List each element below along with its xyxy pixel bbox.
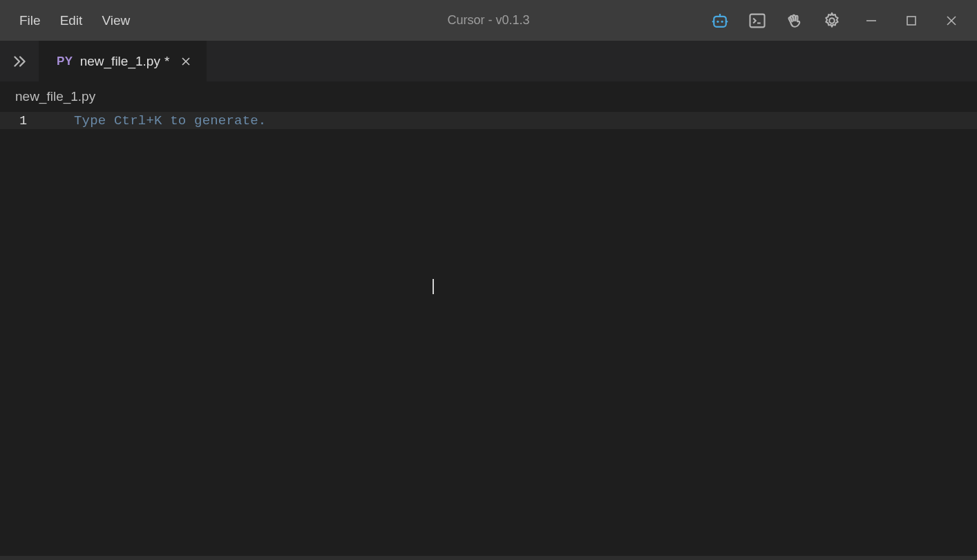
maximize-icon bbox=[905, 15, 918, 27]
minimize-icon bbox=[865, 15, 878, 27]
wave-icon bbox=[785, 11, 804, 30]
window-controls bbox=[851, 0, 971, 41]
menu-view[interactable]: View bbox=[92, 8, 140, 34]
robot-icon bbox=[710, 10, 730, 31]
main-menu: File Edit View bbox=[0, 8, 140, 34]
editor-line[interactable]: 1 Type Ctrl+K to generate. bbox=[0, 112, 977, 129]
maximize-button[interactable] bbox=[891, 0, 931, 41]
svg-rect-6 bbox=[750, 14, 765, 27]
minimize-button[interactable] bbox=[851, 0, 891, 41]
line-placeholder: Type Ctrl+K to generate. bbox=[38, 113, 266, 128]
close-window-button[interactable] bbox=[931, 0, 971, 41]
svg-point-8 bbox=[829, 18, 834, 23]
svg-rect-0 bbox=[714, 16, 726, 26]
chevron-double-right-icon bbox=[10, 52, 28, 70]
svg-rect-10 bbox=[907, 17, 916, 25]
svg-point-2 bbox=[721, 20, 723, 22]
tab-close-button[interactable] bbox=[176, 52, 196, 71]
terminal-icon bbox=[748, 11, 767, 30]
tab-bar: PY new_file_1.py * bbox=[0, 41, 977, 81]
settings-button[interactable] bbox=[814, 3, 850, 39]
close-icon bbox=[180, 56, 191, 67]
breadcrumb-segment: new_file_1.py bbox=[15, 89, 95, 104]
titlebar-actions bbox=[702, 0, 977, 41]
status-bar[interactable] bbox=[0, 556, 977, 560]
close-icon bbox=[945, 15, 958, 27]
settings-icon bbox=[822, 11, 842, 30]
breadcrumb[interactable]: new_file_1.py bbox=[0, 81, 977, 112]
python-file-icon: PY bbox=[57, 55, 73, 68]
menu-file[interactable]: File bbox=[10, 8, 50, 34]
window-title: Cursor - v0.1.3 bbox=[447, 13, 529, 28]
line-number: 1 bbox=[0, 114, 38, 128]
title-bar: File Edit View Cursor - v0.1.3 bbox=[0, 0, 977, 41]
menu-edit[interactable]: Edit bbox=[50, 8, 93, 34]
terminal-button[interactable] bbox=[739, 3, 775, 39]
tab-filename: new_file_1.py bbox=[80, 54, 160, 69]
editor-area[interactable]: 1 Type Ctrl+K to generate. bbox=[0, 112, 977, 556]
ai-robot-button[interactable] bbox=[702, 3, 738, 39]
wave-button[interactable] bbox=[777, 3, 813, 39]
tab-active[interactable]: PY new_file_1.py * bbox=[39, 41, 207, 81]
svg-point-1 bbox=[717, 20, 719, 22]
text-cursor-icon bbox=[433, 279, 434, 294]
tab-dirty-indicator: * bbox=[164, 54, 169, 69]
expand-sidebar-button[interactable] bbox=[0, 41, 39, 81]
